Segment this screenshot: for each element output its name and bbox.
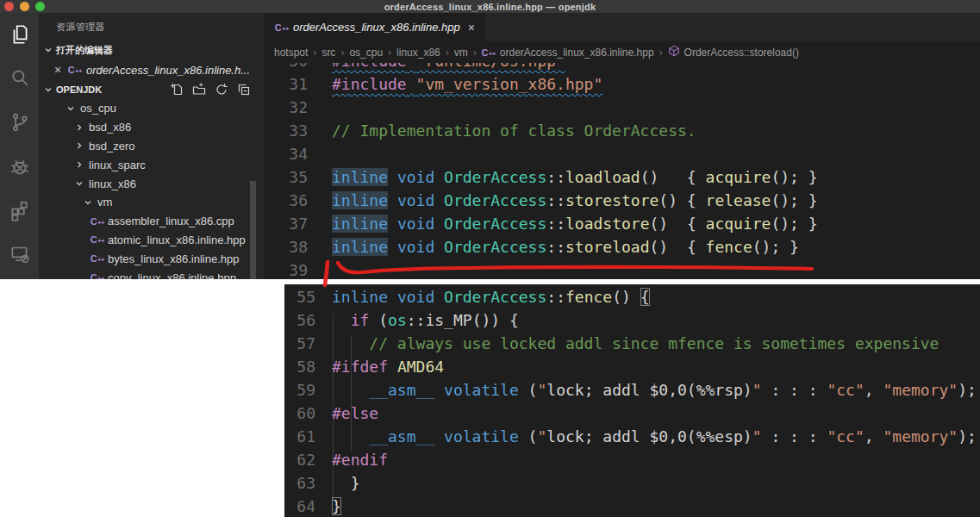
open-editor-filename: orderAccess_linux_x86.inline.h... — [86, 64, 250, 77]
folder-section-header[interactable]: OPENJDK — [39, 80, 265, 99]
tree-item-bsd_zero[interactable]: bsd_zero — [39, 137, 265, 156]
breadcrumb-item-3[interactable]: os_cpu — [349, 47, 383, 59]
close-icon[interactable]: × — [51, 63, 65, 77]
code-line-31[interactable]: 31#include "vm_version_x86.hpp" — [265, 72, 818, 96]
line-content: if (os::is_MP()) { — [332, 308, 519, 332]
cpp-file-icon: C++ — [482, 47, 496, 58]
folder-section-label: OPENJDK — [56, 84, 102, 95]
cpp-file-icon: C++ — [275, 22, 289, 33]
refresh-icon[interactable] — [215, 83, 228, 97]
sidebar-title: 资源管理器 — [39, 13, 265, 40]
breadcrumb-item-1[interactable]: hotspot — [274, 47, 308, 59]
code-line-64[interactable]: 64} — [284, 495, 977, 517]
tree-item-os_cpu[interactable]: os_cpu — [39, 99, 265, 118]
line-number: 32 — [265, 96, 308, 119]
sidebar-scrollbar[interactable] — [250, 181, 256, 279]
code-line-63[interactable]: 63 } — [284, 471, 977, 495]
tree-item-atomic_linux_x86.inline.hpp[interactable]: C++atomic_linux_x86.inline.hpp — [39, 231, 265, 250]
breadcrumb-label: vm — [454, 47, 468, 59]
line-number: 58 — [284, 355, 315, 378]
code-line-60[interactable]: 60#else — [284, 402, 977, 425]
breadcrumb-label: linux_x86 — [396, 47, 440, 59]
code-line-38[interactable]: 38inline void OrderAccess::storeload() {… — [265, 235, 818, 258]
code-editor[interactable]: 30#include "runtime/os.hpp"31#include "v… — [265, 63, 980, 279]
line-number: 59 — [284, 378, 315, 402]
extensions-icon[interactable] — [0, 189, 39, 232]
breadcrumb-item-5[interactable]: vm — [454, 47, 468, 59]
search-icon[interactable] — [0, 56, 39, 99]
line-content: #endif — [332, 448, 388, 471]
open-editors-header[interactable]: 打开的编辑器 — [39, 40, 265, 59]
open-editor-item[interactable]: × C++ orderAccess_linux_x86.inline.h... — [39, 59, 265, 80]
maximize-window-button[interactable] — [35, 2, 45, 11]
code-line-39[interactable]: 39 — [265, 258, 818, 280]
collapse-all-icon[interactable] — [237, 83, 251, 97]
code-line-36[interactable]: 36inline void OrderAccess::storestore() … — [265, 189, 818, 212]
line-number: 63 — [284, 471, 315, 495]
breadcrumb-separator: › — [446, 47, 449, 59]
code-line-55[interactable]: 55inline void OrderAccess::fence() { — [284, 285, 977, 308]
breadcrumb-item-7[interactable]: OrderAccess::storeload() — [668, 45, 799, 59]
cpp-file-icon: C++ — [91, 234, 104, 245]
close-window-button[interactable] — [4, 2, 14, 11]
tree-item-linux_sparc[interactable]: linux_sparc — [39, 155, 265, 174]
code-line-62[interactable]: 62#endif — [284, 448, 977, 471]
cpp-file-icon: C++ — [91, 253, 104, 264]
tab-label: orderAccess_linux_x86.inline.hpp — [293, 21, 460, 34]
breadcrumb-separator: › — [659, 47, 663, 59]
tree-item-assembler_linux_x86.cpp[interactable]: C++assembler_linux_x86.cpp — [39, 212, 265, 231]
tree-item-copy_linux_x86.inline.hpp[interactable]: C++copy_linux_x86.inline.hpp — [39, 268, 265, 279]
line-content: inline void OrderAccess::loadstore() { a… — [332, 212, 818, 235]
code-line-57[interactable]: 57 // always use locked addl since mfenc… — [284, 332, 977, 355]
code-line-35[interactable]: 35inline void OrderAccess::loadload() { … — [265, 165, 818, 189]
code-line-32[interactable]: 32 — [265, 96, 818, 119]
tree-item-bytes_linux_x86.inline.hpp[interactable]: C++bytes_linux_x86.inline.hpp — [39, 249, 265, 268]
code-snippet-overlay: 55inline void OrderAccess::fence() {56 i… — [284, 284, 980, 517]
breadcrumb: hotspot›src›os_cpu›linux_x86›vm›C++order… — [265, 41, 980, 63]
code-line-58[interactable]: 58#ifdef AMD64 — [284, 355, 977, 378]
breadcrumb-separator: › — [473, 47, 477, 59]
code-line-30[interactable]: 30#include "runtime/os.hpp" — [265, 63, 818, 72]
breadcrumb-item-6[interactable]: C++orderAccess_linux_x86.inline.hpp — [482, 47, 654, 59]
remote-explorer-icon[interactable] — [0, 232, 39, 275]
line-content: #include "vm_version_x86.hpp" — [332, 72, 602, 96]
cpp-file-icon: C++ — [68, 65, 82, 75]
code-line-34[interactable]: 34 — [265, 142, 818, 165]
tree-item-label: assembler_linux_x86.cpp — [108, 215, 234, 227]
line-number: 61 — [284, 425, 315, 448]
line-content: inline void OrderAccess::storeload() { f… — [332, 235, 799, 258]
breadcrumb-item-2[interactable]: src — [321, 47, 335, 59]
code-line-61[interactable]: 61 __asm__ volatile ("lock; addl $0,0(%%… — [284, 425, 977, 448]
tree-item-bsd_x86[interactable]: bsd_x86 — [39, 118, 265, 137]
breadcrumb-label: OrderAccess::storeload() — [684, 47, 799, 59]
new-folder-icon[interactable] — [192, 83, 206, 97]
code-line-59[interactable]: 59 __asm__ volatile ("lock; addl $0,0(%%… — [284, 378, 977, 402]
line-content: #ifdef AMD64 — [332, 355, 444, 378]
chevron-down-icon — [65, 104, 77, 113]
tree-item-linux_x86[interactable]: linux_x86 — [39, 174, 265, 193]
code-line-33[interactable]: 33// Implementation of class OrderAccess… — [265, 119, 818, 142]
tab-orderaccess[interactable]: C++ orderAccess_linux_x86.inline.hpp × — [265, 13, 485, 41]
close-icon[interactable]: × — [468, 21, 475, 34]
tree-item-vm[interactable]: vm — [39, 193, 265, 212]
line-content: inline void OrderAccess::fence() { — [332, 285, 650, 308]
line-number: 64 — [284, 495, 315, 517]
breadcrumb-label: hotspot — [274, 47, 308, 59]
new-file-icon[interactable] — [170, 83, 184, 97]
code-line-37[interactable]: 37inline void OrderAccess::loadstore() {… — [265, 212, 818, 235]
breadcrumb-item-4[interactable]: linux_x86 — [396, 47, 440, 59]
chevron-down-icon — [42, 46, 54, 54]
window-title: orderAccess_linux_x86.inline.hpp — openj… — [384, 2, 596, 12]
line-number: 37 — [265, 212, 308, 235]
explorer-icon[interactable] — [0, 13, 39, 56]
tree-item-label: atomic_linux_x86.inline.hpp — [108, 234, 246, 246]
activity-bar — [0, 13, 39, 279]
minimize-window-button[interactable] — [20, 2, 29, 11]
code-line-56[interactable]: 56 if (os::is_MP()) { — [284, 308, 977, 332]
editor-code: 30#include "runtime/os.hpp"31#include "v… — [265, 63, 818, 279]
tree-item-label: vm — [97, 196, 112, 209]
debug-icon[interactable] — [0, 146, 39, 189]
chevron-down-icon — [73, 179, 85, 188]
tree-item-label: bytes_linux_x86.inline.hpp — [108, 252, 240, 265]
source-control-icon[interactable] — [0, 99, 39, 146]
